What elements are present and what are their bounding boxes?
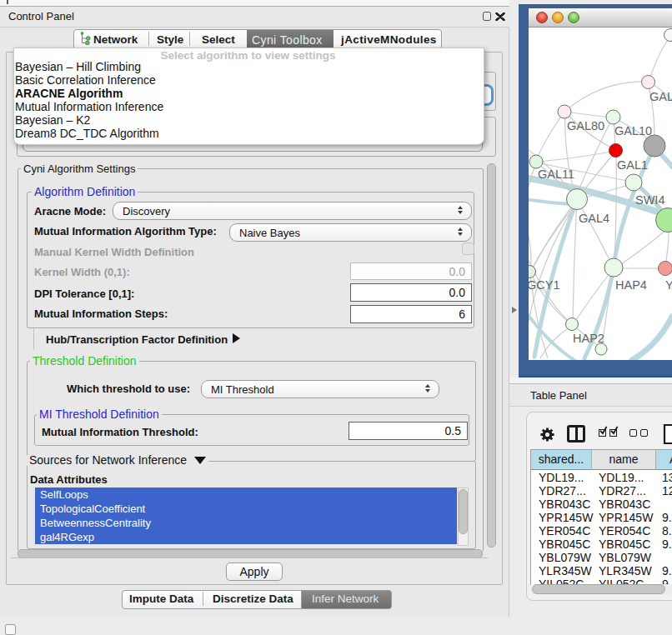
svg-text:GAL1: GAL1 (617, 158, 648, 172)
svg-text:GAL10: GAL10 (614, 124, 652, 138)
svg-text:GAL4: GAL4 (579, 212, 609, 225)
svg-text:SWI4: SWI4 (635, 193, 664, 207)
svg-text:HAP4: HAP4 (615, 278, 647, 292)
svg-text:GCY1: GCY1 (529, 278, 560, 292)
svg-text:GAL11: GAL11 (538, 168, 574, 181)
svg-text:HAP2: HAP2 (573, 332, 604, 345)
svg-text:GAL80: GAL80 (567, 119, 604, 132)
svg-text:GAL7: GAL7 (649, 90, 672, 103)
svg-text:Y: Y (665, 278, 672, 292)
